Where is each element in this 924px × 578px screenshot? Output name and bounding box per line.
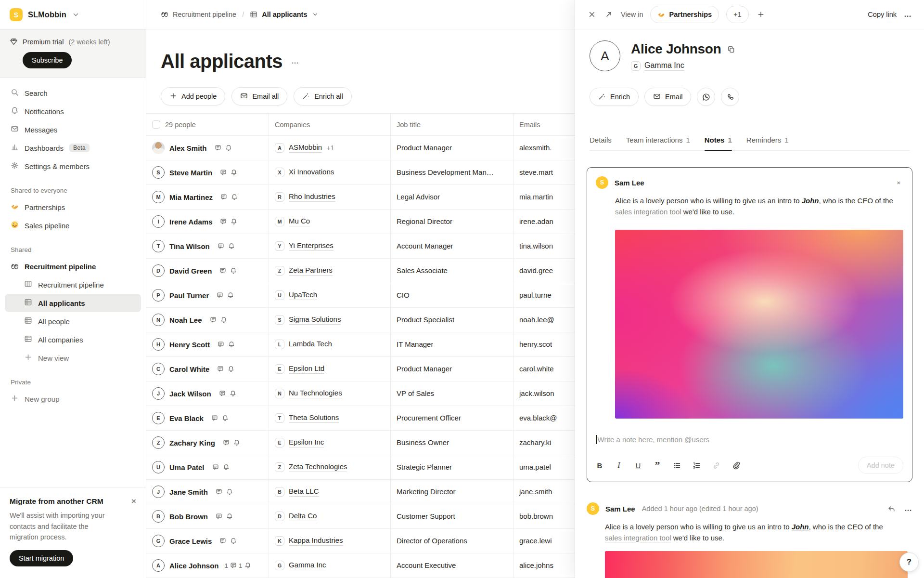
email-all-button[interactable]: Email all xyxy=(231,87,287,105)
panel-menu-icon[interactable]: … xyxy=(904,10,912,19)
whatsapp-icon xyxy=(702,93,710,101)
sidebar-item-messages[interactable]: Messages xyxy=(5,120,141,139)
context-chip-partnerships[interactable]: Partnerships xyxy=(650,6,719,23)
quote-icon[interactable]: ” xyxy=(654,462,661,468)
person-name: Tina Wilson xyxy=(169,242,210,250)
enrich-button[interactable]: Enrich xyxy=(590,88,639,106)
page-title: All applicants xyxy=(161,50,282,73)
company-link[interactable]: Yi Enterprises xyxy=(289,241,334,251)
button-label: Enrich all xyxy=(314,92,343,100)
ol-icon[interactable] xyxy=(693,461,701,470)
company-link[interactable]: ASMobbin xyxy=(289,143,322,153)
note-hyperlink[interactable]: sales integration tool xyxy=(605,534,671,542)
company-link[interactable]: Lambda Tech xyxy=(289,340,332,349)
title-menu-icon[interactable]: … xyxy=(291,57,299,66)
close-icon[interactable]: × xyxy=(131,497,136,505)
company-link[interactable]: Epsilon Ltd xyxy=(289,364,324,374)
select-all-checkbox[interactable] xyxy=(152,120,160,129)
note-icon xyxy=(211,415,218,421)
company-link[interactable]: UpaTech xyxy=(289,290,317,300)
workspace-switcher[interactable]: S SLMobbin xyxy=(0,0,146,29)
breadcrumb-view[interactable]: All applicants xyxy=(262,11,307,18)
note-menu-icon[interactable]: … xyxy=(904,504,912,513)
note-input[interactable]: Write a note here, mention @users xyxy=(596,435,903,444)
column-header-companies[interactable]: Companies xyxy=(269,114,391,135)
reply-icon[interactable] xyxy=(887,505,896,513)
company-link[interactable]: Sigma Solutions xyxy=(289,315,341,325)
company-link[interactable]: Zeta Technologies xyxy=(289,462,347,472)
note-card[interactable]: S Sam Lee × Alice is a lovely person who… xyxy=(587,167,912,482)
company-link[interactable]: Epsilon Inc xyxy=(289,438,324,447)
sidebar-item-all-people[interactable]: All people xyxy=(5,312,141,330)
tab-details[interactable]: Details xyxy=(590,136,612,150)
mention-link[interactable]: John xyxy=(792,523,809,531)
sidebar-item-search[interactable]: Search xyxy=(5,84,141,102)
start-migration-button[interactable]: Start migration xyxy=(10,550,73,566)
tab-count: 1 xyxy=(686,136,690,144)
sidebar-group-recruitment-pipeline[interactable]: Recruitment pipeline xyxy=(5,257,141,276)
subscribe-button[interactable]: Subscribe xyxy=(23,52,72,68)
add-note-button[interactable]: Add note xyxy=(858,457,903,474)
company-link[interactable]: Gamma Inc xyxy=(644,61,684,71)
copy-icon[interactable] xyxy=(727,45,735,53)
link-icon[interactable] xyxy=(712,461,720,470)
company-chip-initial: X xyxy=(275,168,284,177)
sidebar-item-new-group[interactable]: New group xyxy=(5,390,141,408)
note-hyperlink[interactable]: sales integration tool xyxy=(615,208,681,216)
chevron-down-icon[interactable] xyxy=(312,11,319,18)
company-link[interactable]: Delta Co xyxy=(289,512,317,521)
clip-icon[interactable] xyxy=(732,461,740,470)
close-panel-button[interactable] xyxy=(587,10,597,19)
sidebar-item-sales-pipeline[interactable]: Sales pipeline xyxy=(5,216,141,235)
company-link[interactable]: Xi Innovations xyxy=(289,168,334,177)
company-link[interactable]: Theta Solutions xyxy=(289,413,339,423)
more-contexts-chip[interactable]: +1 xyxy=(726,6,749,23)
email: jane.smith xyxy=(519,480,552,504)
ul-icon[interactable] xyxy=(673,461,681,470)
sidebar-item-recruitment-pipeline[interactable]: Recruitment pipeline xyxy=(5,276,141,294)
sidebar-item-all-companies[interactable]: All companies xyxy=(5,330,141,349)
company-link[interactable]: Gamma Inc xyxy=(289,561,326,570)
tab-notes[interactable]: Notes 1 xyxy=(705,136,732,150)
sidebar-item-label: Partnerships xyxy=(25,203,65,211)
email: carol.white xyxy=(519,357,554,381)
plus-icon xyxy=(169,92,177,100)
breadcrumb-group[interactable]: Recruitment pipeline xyxy=(173,11,236,18)
company-link[interactable]: Kappa Industries xyxy=(289,536,343,546)
company-link[interactable]: Mu Co xyxy=(289,217,310,226)
company-link[interactable]: Zeta Partners xyxy=(289,266,333,276)
clip-icon xyxy=(732,461,740,470)
close-icon[interactable]: × xyxy=(894,179,903,187)
company-link[interactable]: Rho Industries xyxy=(289,192,335,202)
italic-icon[interactable]: I xyxy=(615,461,623,470)
plus-icon xyxy=(757,11,765,18)
tab-reminders[interactable]: Reminders 1 xyxy=(746,136,789,150)
mention-link[interactable]: John xyxy=(802,197,819,205)
sidebar-item-settings-members[interactable]: Settings & members xyxy=(5,157,141,175)
underline-icon[interactable]: U xyxy=(634,461,642,470)
email: noah.lee@ xyxy=(519,308,554,332)
add-people-button[interactable]: Add people xyxy=(161,87,225,105)
sidebar-item-partnerships[interactable]: Partnerships xyxy=(5,198,141,216)
email-button[interactable]: Email xyxy=(644,88,691,106)
sidebar-item-new-view[interactable]: New view xyxy=(5,349,141,367)
email: grace.lewi xyxy=(519,529,552,553)
expand-panel-button[interactable] xyxy=(604,10,614,19)
sidebar-item-dashboards[interactable]: Dashboards Beta xyxy=(5,139,141,157)
sidebar-item-label: Search xyxy=(25,89,48,97)
sidebar-item-all-applicants[interactable]: All applicants xyxy=(5,294,141,312)
sidebar-item-notifications[interactable]: Notifications xyxy=(5,102,141,120)
bold-icon[interactable]: B xyxy=(596,461,603,470)
column-header-job-title[interactable]: Job title xyxy=(391,114,513,135)
company-link[interactable]: Beta LLC xyxy=(289,487,319,497)
copy-link-button[interactable]: Copy link xyxy=(868,11,897,18)
tab-count: 1 xyxy=(728,136,732,144)
whatsapp-button[interactable] xyxy=(697,88,715,106)
company-link[interactable]: Nu Technologies xyxy=(289,389,342,398)
enrich-all-button[interactable]: Enrich all xyxy=(294,87,352,105)
tab-team-interactions[interactable]: Team interactions 1 xyxy=(626,136,690,150)
bell-icon xyxy=(244,562,251,569)
phone-button[interactable] xyxy=(721,88,739,106)
help-button[interactable]: ? xyxy=(899,552,919,572)
add-context-button[interactable] xyxy=(756,10,766,19)
